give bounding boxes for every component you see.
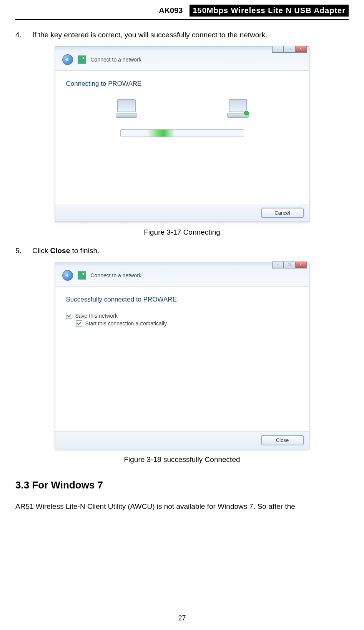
header-model: AK093 — [159, 6, 183, 15]
window-controls: – □ × — [272, 262, 307, 268]
step-4: 4. If the key entered is correct, you wi… — [15, 31, 349, 39]
network-icon — [78, 55, 86, 64]
page-header: AK093 150Mbps Wireless Lite N USB Adapte… — [15, 0, 349, 20]
header-product: 150Mbps Wireless Lite N USB Adapter — [189, 5, 349, 17]
step-5-bold: Close — [50, 247, 70, 255]
save-network-label: Save this network — [75, 313, 118, 319]
dialog-connected: – □ × Connect to a network Successfully … — [55, 262, 309, 449]
figure-3-18-caption: Figure 3-18 successfully Connected — [15, 455, 349, 464]
computer-icon — [115, 99, 138, 118]
dialog-title: Connecting to PROWARE — [66, 80, 298, 88]
save-network-option[interactable]: Save this network — [66, 313, 298, 319]
close-button[interactable]: Close — [261, 435, 304, 445]
step-5: 5. Click Close to finish. — [15, 247, 349, 255]
dialog-toolbar-text: Connect to a network — [91, 57, 141, 63]
dialog-toolbar-text: Connect to a network — [91, 272, 141, 278]
maximize-button[interactable]: □ — [284, 262, 295, 268]
back-icon[interactable] — [62, 270, 73, 281]
figure-3-17-caption: Figure 3-17 Connecting — [15, 228, 349, 237]
dialog-toolbar: Connect to a network — [55, 50, 309, 71]
step-5-number: 5. — [15, 247, 25, 255]
checkbox-icon[interactable] — [76, 320, 82, 327]
step-4-text: If the key entered is correct, you will … — [32, 31, 349, 39]
network-icon — [78, 271, 86, 280]
minimize-button[interactable]: – — [272, 46, 284, 53]
section-3-3-paragraph: AR51 Wireless Lite-N Client Utility (AWC… — [15, 500, 349, 513]
window-controls: – □ × — [272, 46, 307, 53]
minimize-button[interactable]: – — [272, 262, 284, 268]
maximize-button[interactable]: □ — [284, 46, 295, 53]
progress-bar — [120, 129, 244, 137]
network-computer-icon — [226, 99, 249, 118]
cancel-button[interactable]: Cancel — [261, 208, 304, 218]
step-5-pre: Click — [32, 247, 50, 255]
auto-start-option[interactable]: Start this connection automatically — [76, 320, 298, 327]
step-4-number: 4. — [15, 31, 25, 39]
dialog-title: Successfully connected to PROWARE — [66, 296, 298, 303]
page-number: 27 — [0, 614, 364, 622]
dialog-toolbar: Connect to a network — [55, 266, 309, 287]
close-window-button[interactable]: × — [295, 46, 307, 53]
step-5-text: Click Close to finish. — [32, 247, 349, 255]
back-icon[interactable] — [62, 54, 73, 65]
section-3-3-heading: 3.3 For Windows 7 — [15, 479, 349, 491]
dialog-connecting: – □ × Connect to a network Connecting to… — [55, 46, 309, 222]
auto-start-label: Start this connection automatically — [85, 320, 167, 327]
close-window-button[interactable]: × — [295, 262, 307, 268]
step-5-post: to finish. — [70, 247, 99, 255]
connection-graphic — [66, 99, 298, 118]
checkbox-icon[interactable] — [66, 313, 72, 319]
